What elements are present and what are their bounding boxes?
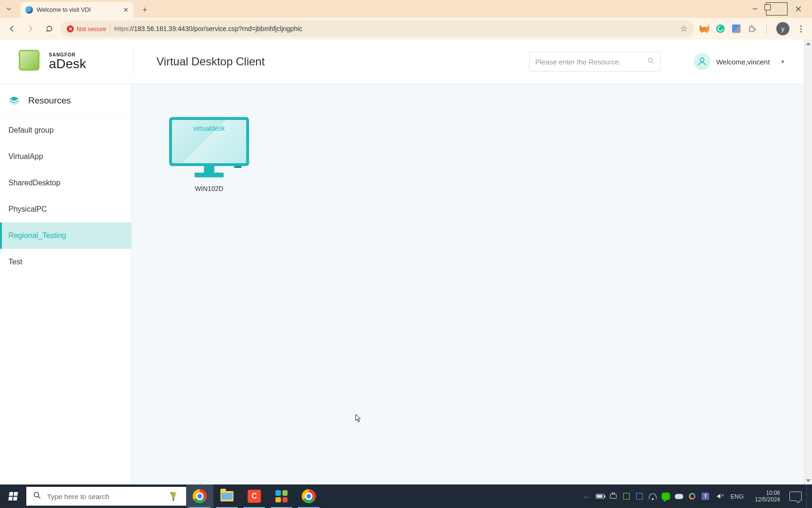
scroll-down-button[interactable] [804,476,812,484]
search-highlight-icon [167,490,180,502]
sidebar-item-virtualapp[interactable]: VirtualApp [0,143,131,170]
taskbar-search[interactable]: Type here to search [26,487,186,506]
resource-caption: WIN102D [195,185,224,192]
sidebar-item-label: Test [8,258,22,266]
sidebar-item-label: Regional_Testing [8,231,66,240]
browser-menu-button[interactable] [796,24,805,33]
tab-title: Welcome to visit VDI [37,7,118,13]
grammarly-extension-icon[interactable] [716,24,725,33]
vertical-scrollbar[interactable] [804,40,812,484]
svg-line-2 [652,62,653,63]
page-content: SANGFOR aDesk Virtual Desktop Client Wel… [0,40,804,484]
svg-point-8 [174,492,177,494]
not-secure-label: Not secure [77,25,106,32]
sidebar: Resources Default group VirtualApp Share… [0,84,132,484]
not-secure-icon: ✕ [67,25,74,32]
svg-point-7 [171,492,173,494]
search-icon [33,491,41,501]
window-close-button[interactable] [788,2,809,16]
tray-wechat-icon[interactable] [661,484,671,508]
clock-time: 10:06 [766,490,780,496]
taskbar-app-grid[interactable] [268,484,295,508]
tray-clock[interactable]: 10:06 12/5/2024 [750,490,785,503]
tray-app-green-icon[interactable] [621,484,632,508]
tray-app-blue-icon[interactable] [634,484,645,508]
sidebar-item-label: VirtualApp [8,152,43,161]
resources-icon [8,95,20,106]
tray-battery-icon[interactable] [595,484,605,508]
show-desktop-button[interactable] [806,484,810,508]
scroll-up-button[interactable] [804,40,812,48]
google-translate-extension-icon[interactable] [732,24,741,33]
tray-language[interactable]: ENG [726,493,747,500]
window-restore-button[interactable] [766,2,788,16]
tray-volume-icon[interactable] [713,484,724,508]
sidebar-item-default-group[interactable]: Default group [0,117,131,143]
profile-avatar[interactable]: y [776,22,789,35]
security-badge[interactable]: ✕ Not secure [67,25,106,32]
brand-logo[interactable]: SANGFOR aDesk [19,48,134,76]
system-tray: ︿ T ENG 10:06 12/5/2024 [581,484,812,508]
user-avatar-icon [694,53,710,70]
sidebar-header-label: Resources [28,95,71,106]
brand-main-text: aDesk [49,57,86,71]
svg-point-1 [648,58,652,62]
monitor-icon: virtualdesk [169,117,249,178]
page-title: Virtual Desktop Client [156,55,265,68]
tray-teams-icon[interactable]: T [700,484,710,508]
tray-cortana-icon[interactable] [687,484,697,508]
brand-icon [19,50,39,71]
resource-search-box[interactable] [529,52,661,71]
address-bar[interactable]: ✕ Not secure https://183.56.181.39:4430/… [60,21,694,37]
chrome-icon [302,489,316,503]
sidebar-header: Resources [0,84,131,117]
taskbar-app-camtasia[interactable]: C [241,484,268,508]
sidebar-item-test[interactable]: Test [0,249,131,275]
taskbar-app-file-explorer[interactable] [213,484,241,508]
tabs-dropdown-button[interactable] [0,0,18,18]
file-explorer-icon [220,491,234,501]
metamask-extension-icon[interactable] [700,24,709,33]
svg-point-3 [700,58,704,62]
tray-notifications-button[interactable] [788,484,804,508]
search-icon[interactable] [647,57,655,66]
svg-line-5 [38,496,40,499]
extensions-puzzle-icon[interactable] [748,24,757,33]
nav-back-button[interactable] [4,21,20,37]
user-menu[interactable]: Welcome,vincent ▼ [694,53,785,70]
tray-overflow-button[interactable]: ︿ [581,492,592,500]
taskbar-app-chrome[interactable] [186,484,213,508]
clock-date: 12/5/2024 [755,496,780,503]
sidebar-item-shareddesktop[interactable]: SharedDesktop [0,170,131,196]
tab-favicon [25,6,33,14]
tray-cloud-icon[interactable] [674,484,684,508]
tab-close-button[interactable]: ✕ [123,6,129,14]
browser-toolbar: ✕ Not secure https://183.56.181.39:4430/… [0,18,812,40]
grid-app-icon [275,490,288,502]
new-tab-button[interactable]: + [138,3,151,16]
tray-power-icon[interactable] [608,484,618,508]
nav-forward-button[interactable] [23,21,39,37]
resource-tile-win102d[interactable]: virtualdesk WIN102D [169,117,249,192]
browser-tab-strip: Welcome to visit VDI ✕ + [0,0,812,18]
sidebar-item-physicalpc[interactable]: PhysicalPC [0,196,131,222]
windows-taskbar: Type here to search C ︿ T ENG 10:06 12/5… [0,484,812,508]
url-text: https://183.56.181.39:4430/por/service.c… [114,25,302,32]
sidebar-item-regional-testing[interactable]: Regional_Testing [0,222,131,249]
window-minimize-button[interactable] [744,2,766,16]
sidebar-item-label: SharedDesktop [8,179,60,187]
taskbar-search-placeholder: Type here to search [47,492,162,500]
tray-wifi-icon[interactable] [648,484,658,508]
notification-icon [789,492,802,501]
taskbar-app-chrome-2[interactable] [295,484,322,508]
window-controls [744,0,812,18]
resource-grid: virtualdesk WIN102D [132,84,804,484]
browser-tab[interactable]: Welcome to visit VDI ✕ [21,2,133,18]
bookmark-star-icon[interactable]: ☆ [680,24,687,34]
resource-inner-label: virtualdesk [194,125,225,132]
nav-reload-button[interactable] [41,21,57,37]
start-button[interactable] [0,484,26,508]
resource-search-input[interactable] [535,58,647,66]
svg-point-4 [34,492,39,497]
user-menu-caret-icon: ▼ [780,59,785,64]
